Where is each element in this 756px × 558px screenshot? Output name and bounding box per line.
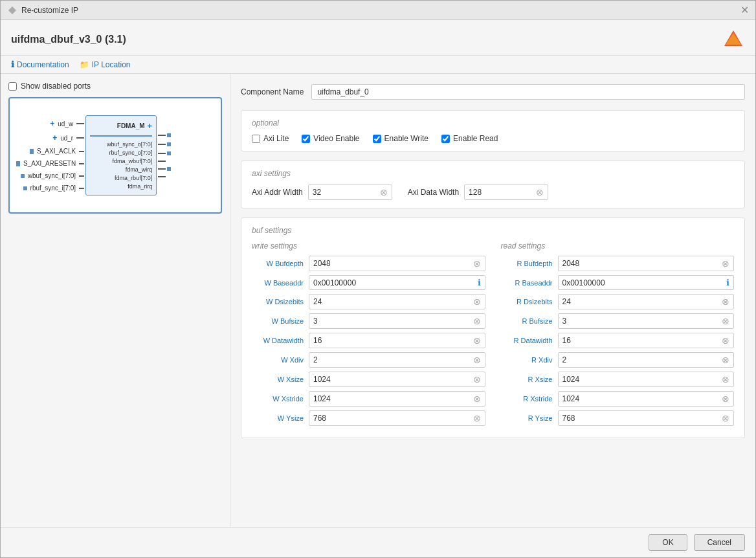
r-xsize-value[interactable]: 1024: [562, 375, 580, 384]
w-datawidth-row: W Datawidth 16 ⊗: [252, 333, 485, 348]
show-disabled-ports-label[interactable]: Show disabled ports: [21, 82, 91, 91]
enable-read-checkbox[interactable]: [441, 135, 450, 143]
r-datawidth-value[interactable]: 16: [562, 336, 571, 345]
tab-documentation[interactable]: ℹ Documentation: [11, 58, 69, 71]
main-title: uifdma_dbuf_v3_0 (3.1): [11, 34, 126, 45]
r-xdiv-clear[interactable]: ⊗: [722, 355, 729, 365]
w-baseaddr-info[interactable]: ℹ: [478, 278, 481, 287]
block-port-wbuf-sync-o: wbuf_sync_o[7:0]: [107, 141, 152, 148]
axi-data-width-label: Axi Data Width: [408, 188, 459, 197]
w-baseaddr-value[interactable]: 0x00100000: [313, 278, 356, 287]
r-bufsize-value[interactable]: 3: [562, 317, 567, 326]
info-icon: ℹ: [11, 60, 14, 69]
axi-data-width-group: Axi Data Width 128 ⊗: [408, 184, 548, 200]
r-xsize-clear[interactable]: ⊗: [722, 374, 729, 385]
axi-data-width-field: 128 ⊗: [464, 184, 548, 200]
r-datawidth-clear[interactable]: ⊗: [722, 335, 729, 346]
video-enable-label[interactable]: Video Enable: [313, 134, 359, 143]
tab-documentation-label: Documentation: [17, 60, 69, 69]
right-port-fdma-wirq: [158, 161, 171, 162]
axi-lite-checkbox[interactable]: [252, 135, 260, 143]
title-bar-left: Re-customize IP: [7, 5, 78, 16]
tab-ip-location[interactable]: 📁 IP Location: [80, 59, 131, 71]
center-block: FDMA_M + wbuf_sync_o[7:0] rbuf_sync_o[7:…: [85, 115, 157, 195]
right-port-rbuf-sync-o: [158, 142, 171, 146]
enable-read-label[interactable]: Enable Read: [453, 134, 498, 143]
video-enable-checkbox[interactable]: [302, 135, 310, 143]
xilinx-logo: [722, 28, 745, 51]
r-baseaddr-value[interactable]: 0x00100000: [562, 278, 605, 287]
r-ysize-field: 768 ⊗: [558, 410, 735, 426]
w-datawidth-value[interactable]: 16: [313, 336, 322, 345]
axi-addr-width-value[interactable]: 32: [313, 188, 377, 197]
w-bufsize-clear[interactable]: ⊗: [473, 316, 481, 326]
r-baseaddr-row: R Baseaddr 0x00100000 ℹ: [501, 275, 735, 290]
enable-write-label[interactable]: Enable Write: [384, 134, 428, 143]
w-bufdepth-value[interactable]: 2048: [313, 259, 331, 268]
r-bufsize-clear[interactable]: ⊗: [722, 316, 729, 326]
w-xsize-value[interactable]: 1024: [313, 375, 331, 384]
axi-data-width-value[interactable]: 128: [469, 188, 533, 197]
r-bufsize-row: R Bufsize 3 ⊗: [501, 313, 735, 329]
component-name-row: Component Name: [241, 84, 745, 100]
r-ysize-clear[interactable]: ⊗: [722, 413, 729, 423]
axi-addr-width-clear[interactable]: ⊗: [380, 187, 388, 197]
component-name-input[interactable]: [311, 84, 745, 100]
w-bufdepth-field: 2048 ⊗: [309, 256, 485, 271]
r-bufdepth-row: R Bufdepth 2048 ⊗: [501, 256, 735, 271]
w-ysize-clear[interactable]: ⊗: [473, 413, 481, 423]
w-xstride-value[interactable]: 1024: [313, 394, 331, 403]
show-disabled-ports-checkbox[interactable]: [8, 82, 17, 91]
w-dsizebits-clear[interactable]: ⊗: [473, 296, 481, 307]
w-bufsize-field: 3 ⊗: [309, 313, 485, 329]
optional-checkboxes-row: Axi Lite Video Enable Enable Write Enabl…: [252, 134, 734, 143]
w-ysize-label: W Ysize: [252, 414, 304, 422]
w-datawidth-clear[interactable]: ⊗: [473, 335, 481, 346]
ok-button[interactable]: OK: [649, 534, 687, 551]
buf-settings-columns: write settings W Bufdepth 2048 ⊗ W Basea…: [252, 241, 734, 430]
enable-write-checkbox[interactable]: [373, 135, 381, 143]
block-plus-icon[interactable]: +: [148, 121, 153, 131]
w-xdiv-field: 2 ⊗: [309, 352, 485, 368]
w-xstride-clear[interactable]: ⊗: [473, 394, 481, 404]
w-bufsize-value[interactable]: 3: [313, 317, 318, 326]
r-dsizebits-clear[interactable]: ⊗: [722, 296, 729, 307]
r-bufdepth-value[interactable]: 2048: [562, 259, 580, 268]
port-rbuf-sync-i: rbuf_sync_i[7:0]: [23, 184, 85, 192]
w-dsizebits-row: W Dsizebits 24 ⊗: [252, 294, 485, 309]
r-xdiv-value[interactable]: 2: [562, 355, 567, 364]
w-xsize-field: 1024 ⊗: [309, 372, 485, 387]
right-port-wbuf-sync-o: [158, 133, 171, 137]
cancel-button[interactable]: Cancel: [694, 534, 745, 551]
w-dsizebits-value[interactable]: 24: [313, 297, 322, 306]
w-xdiv-clear[interactable]: ⊗: [473, 355, 481, 365]
w-xsize-clear[interactable]: ⊗: [473, 374, 481, 385]
r-ysize-value[interactable]: 768: [562, 414, 575, 423]
w-dsizebits-label: W Dsizebits: [252, 298, 304, 306]
r-xstride-clear[interactable]: ⊗: [722, 394, 729, 404]
r-xdiv-label: R Xdiv: [501, 356, 553, 364]
axi-data-width-clear[interactable]: ⊗: [536, 187, 544, 197]
axi-lite-label[interactable]: Axi Lite: [263, 134, 289, 143]
axi-fields-row: Axi Addr Width 32 ⊗ Axi Data Width 128 ⊗: [252, 184, 734, 200]
w-xdiv-value[interactable]: 2: [313, 355, 318, 364]
r-baseaddr-info[interactable]: ℹ: [726, 278, 729, 287]
w-ysize-value[interactable]: 768: [313, 414, 326, 423]
r-bufdepth-clear[interactable]: ⊗: [722, 258, 729, 269]
close-button[interactable]: ✕: [740, 4, 749, 16]
w-bufdepth-clear[interactable]: ⊗: [473, 258, 481, 269]
w-bufdepth-label: W Bufdepth: [252, 260, 304, 267]
r-bufsize-field: 3 ⊗: [558, 313, 735, 329]
w-xsize-label: W Xsize: [252, 375, 304, 383]
title-bar-title: Re-customize IP: [21, 6, 78, 15]
r-dsizebits-value[interactable]: 24: [562, 297, 571, 306]
r-xstride-value[interactable]: 1024: [562, 394, 580, 403]
r-xstride-row: R Xstride 1024 ⊗: [501, 391, 735, 407]
w-xstride-label: W Xstride: [252, 395, 304, 403]
optional-section: optional Axi Lite Video Enable Enable Wr…: [241, 110, 745, 151]
w-baseaddr-label: W Baseaddr: [252, 279, 304, 287]
left-panel: Show disabled ports + ud_w + ud_r: [1, 74, 230, 527]
write-settings-title: write settings: [252, 241, 485, 251]
block-title: FDMA_M: [117, 122, 145, 129]
block-port-fdma-rirq: fdma_rirq: [128, 183, 152, 190]
